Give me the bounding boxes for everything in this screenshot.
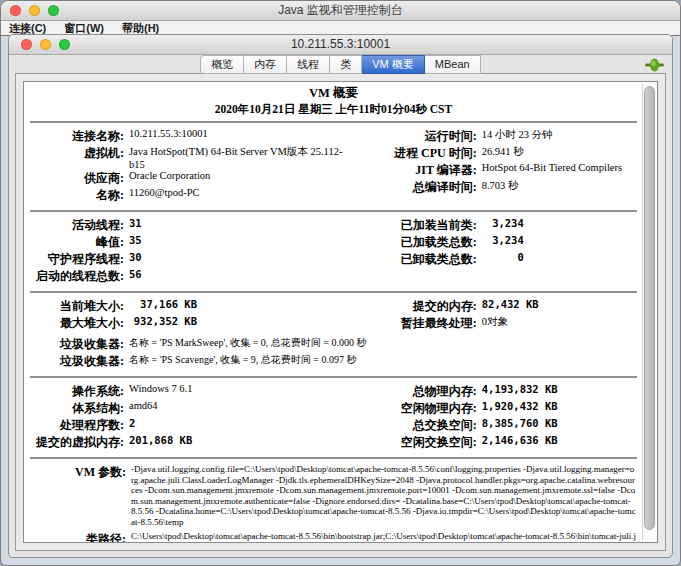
gc-row: 垃圾收集器:名称 = 'PS Scavenge', 收集 = 9, 总花费时间 … bbox=[30, 353, 637, 370]
field-label: 总物理内存: bbox=[355, 383, 482, 400]
field-row: 运行时间:14 小时 23 分钟 bbox=[355, 128, 637, 145]
field-row: 总交换空间:8,385,760 KB bbox=[355, 417, 637, 434]
tab-overview[interactable]: 概览 bbox=[200, 55, 244, 74]
field-label: 垃圾收集器: bbox=[30, 336, 129, 353]
field-label: 供应商: bbox=[30, 170, 129, 187]
field-label: JIT 编译器: bbox=[355, 162, 482, 179]
field-label: 操作系统: bbox=[30, 383, 129, 400]
field-value: Oracle Corporation bbox=[129, 170, 210, 187]
field-row: 提交的内存:82,432 KB bbox=[355, 298, 637, 315]
connection-titlebar[interactable]: 10.211.55.3:10001 bbox=[9, 35, 672, 55]
field-label: 提交的虚拟内存: bbox=[30, 434, 129, 451]
field-value: 201,868 KB bbox=[129, 434, 192, 451]
field-value: 8.703 秒 bbox=[482, 179, 519, 196]
field-label: 总交换空间: bbox=[355, 417, 482, 434]
field-label: VM 参数: bbox=[30, 464, 131, 527]
tab-vm-summary[interactable]: VM 概要 bbox=[362, 55, 425, 74]
field-value: 11260@tpod-PC bbox=[129, 187, 200, 204]
field-value: 0对象 bbox=[482, 315, 508, 332]
vm-args-row: VM 参数:-Djava.util.logging.config.file=C:… bbox=[30, 464, 637, 527]
vm-summary-document: VM 概要 2020年10月21日 星期三 上午11时01分04秒 CST 连接… bbox=[23, 81, 658, 543]
field-value: 名称 = 'PS Scavenge', 收集 = 9, 总花费时间 = 0.09… bbox=[129, 353, 356, 370]
section-threads-classes: 活动线程:31 峰值:35 守护程序线程:30 启动的线程总数:56 已加装当前… bbox=[30, 215, 637, 287]
menu-window[interactable]: 窗口(W) bbox=[64, 21, 104, 35]
field-label: 处理程序数: bbox=[30, 417, 129, 434]
field-value: 10.211.55.3:10001 bbox=[129, 128, 208, 145]
field-label: 运行时间: bbox=[355, 128, 482, 145]
field-label: 当前堆大小: bbox=[30, 298, 129, 315]
menu-help[interactable]: 帮助(H) bbox=[122, 21, 159, 35]
field-row: 空闲交换空间:2,146,636 KB bbox=[355, 434, 637, 451]
separator bbox=[30, 457, 637, 459]
field-value: 2 bbox=[129, 417, 135, 434]
field-value: 8,385,760 KB bbox=[482, 417, 558, 434]
field-value: amd64 bbox=[129, 400, 158, 417]
field-row: JIT 编译器:HotSpot 64-Bit Tiered Compilers bbox=[355, 162, 637, 179]
field-value: 14 小时 23 分钟 bbox=[482, 128, 553, 145]
field-row: 最大堆大小:932,352 KB bbox=[30, 315, 355, 332]
gc-row: 垃圾收集器:名称 = 'PS MarkSweep', 收集 = 0, 总花费时间… bbox=[30, 336, 637, 353]
field-label: 空闲交换空间: bbox=[355, 434, 482, 451]
field-label: 连接名称: bbox=[30, 128, 129, 145]
connection-status-icon[interactable] bbox=[645, 58, 664, 72]
tab-mbean[interactable]: MBean bbox=[425, 55, 481, 74]
separator bbox=[30, 291, 637, 293]
field-row: 进程 CPU 时间:26.941 秒 bbox=[355, 145, 637, 162]
field-label: 守护程序线程: bbox=[30, 251, 129, 268]
field-label: 垃圾收集器: bbox=[30, 353, 129, 370]
field-label: 峰值: bbox=[30, 234, 129, 251]
field-value: 932,352 KB bbox=[129, 315, 197, 332]
field-label: 体系结构: bbox=[30, 400, 129, 417]
field-label: 提交的内存: bbox=[355, 298, 482, 315]
field-row: 体系结构:amd64 bbox=[30, 400, 355, 417]
field-row: 连接名称:10.211.55.3:10001 bbox=[30, 128, 355, 145]
field-label: 总编译时间: bbox=[355, 179, 482, 196]
field-row: 当前堆大小:37,166 KB bbox=[30, 298, 355, 315]
field-row: 已加载类总数:3,234 bbox=[355, 234, 637, 251]
field-row: 名称:11260@tpod-PC bbox=[30, 187, 355, 204]
tab-memory[interactable]: 内存 bbox=[244, 55, 287, 74]
vertical-scrollbar[interactable] bbox=[642, 83, 656, 541]
field-row: 峰值:35 bbox=[30, 234, 355, 251]
field-row: 暂挂最终处理:0对象 bbox=[355, 315, 637, 332]
section-os: 操作系统:Windows 7 6.1 体系结构:amd64 处理程序数:2 提交… bbox=[30, 381, 637, 453]
field-row: 已卸载类总数:0 bbox=[355, 251, 637, 268]
page-title: VM 概要 bbox=[30, 85, 637, 102]
field-label: 虚拟机: bbox=[30, 145, 129, 170]
section-connection: 连接名称:10.211.55.3:10001 虚拟机:Java HotSpot(… bbox=[30, 126, 637, 206]
field-row: 处理程序数:2 bbox=[30, 417, 355, 434]
field-value: 4,193,832 KB bbox=[482, 383, 558, 400]
field-value: Windows 7 6.1 bbox=[129, 383, 192, 400]
field-value: 26.941 秒 bbox=[482, 145, 524, 162]
class-path-row: 类路径:C:\Users\tpod\Desktop\tomcat\apache-… bbox=[30, 531, 637, 543]
field-row: 虚拟机:Java HotSpot(TM) 64-Bit Server VM版本 … bbox=[30, 145, 355, 170]
field-row: 活动线程:31 bbox=[30, 217, 355, 234]
field-label: 活动线程: bbox=[30, 217, 129, 234]
connection-title: 10.211.55.3:10001 bbox=[9, 35, 672, 54]
app-titlebar[interactable]: Java 监视和管理控制台 bbox=[1, 1, 680, 21]
field-row: 总编译时间:8.703 秒 bbox=[355, 179, 637, 196]
section-paths: VM 参数:-Djava.util.logging.config.file=C:… bbox=[30, 462, 637, 543]
connection-window: 10.211.55.3:10001 概览 内存 线程 类 VM 概要 MBean… bbox=[8, 34, 673, 558]
tab-threads[interactable]: 线程 bbox=[287, 55, 330, 74]
field-label: 已加载类总数: bbox=[355, 234, 482, 251]
field-row: 启动的线程总数:56 bbox=[30, 268, 355, 285]
field-label: 启动的线程总数: bbox=[30, 268, 129, 285]
jconsole-app-window: Java 监视和管理控制台 连接(C) 窗口(W) 帮助(H) 10.211.5… bbox=[0, 0, 681, 566]
field-label: 名称: bbox=[30, 187, 129, 204]
app-title: Java 监视和管理控制台 bbox=[1, 1, 680, 20]
field-row: 已加装当前类:3,234 bbox=[355, 217, 637, 234]
field-value: 1,920,432 KB bbox=[482, 400, 558, 417]
scrollbar-thumb[interactable] bbox=[644, 86, 655, 530]
field-value: -Djava.util.logging.config.file=C:\Users… bbox=[131, 464, 637, 527]
tab-bar: 概览 内存 线程 类 VM 概要 MBean bbox=[9, 55, 672, 74]
menu-connect[interactable]: 连接(C) bbox=[9, 21, 46, 35]
field-value: 3,234 bbox=[482, 234, 524, 251]
field-row: 提交的虚拟内存:201,868 KB bbox=[30, 434, 355, 451]
field-row: 总物理内存:4,193,832 KB bbox=[355, 383, 637, 400]
field-value: C:\Users\tpod\Desktop\tomcat\apache-tomc… bbox=[131, 531, 637, 543]
field-value: 56 bbox=[129, 268, 142, 285]
field-value: 35 bbox=[129, 234, 142, 251]
field-value: 31 bbox=[129, 217, 142, 234]
tab-classes[interactable]: 类 bbox=[330, 55, 362, 74]
